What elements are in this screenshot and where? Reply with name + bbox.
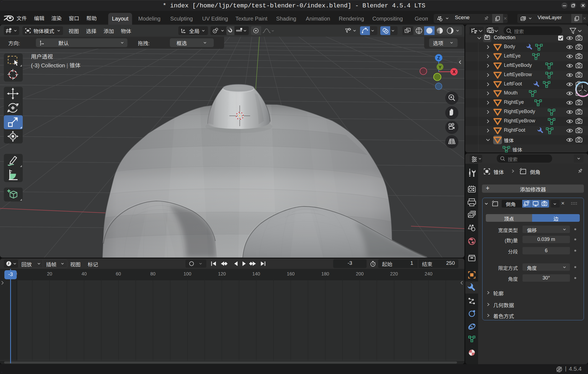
svg-text:Y: Y bbox=[439, 65, 441, 69]
svg-text:X: X bbox=[453, 70, 456, 74]
svg-text:Z: Z bbox=[437, 56, 440, 60]
